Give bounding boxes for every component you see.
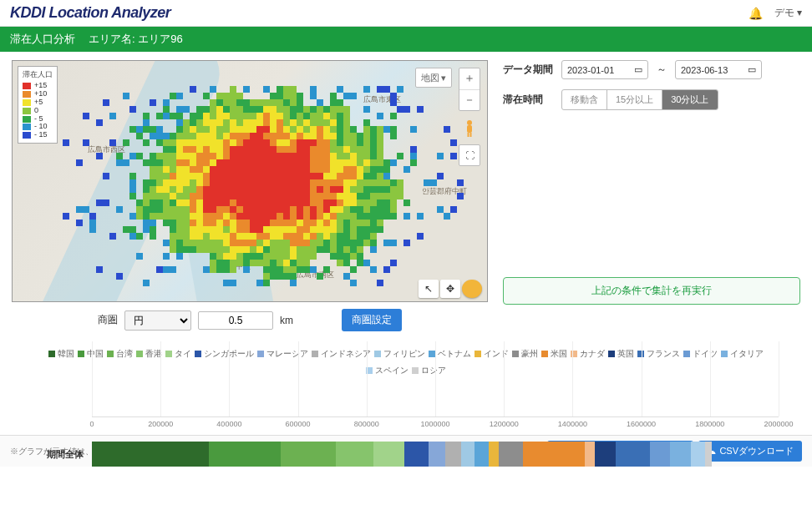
bar-segment [489,442,499,467]
bar-segment [595,442,616,467]
radius-unit: km [280,315,293,326]
svg-point-0 [467,120,472,125]
shape-select[interactable]: 円 [124,310,191,331]
user-menu[interactable]: デモ ▾ [774,6,802,20]
bar-segment [281,442,336,467]
bar-segment [373,442,404,467]
logo: KDDI Location Analyzer [10,4,170,22]
cursor-circle-icon[interactable] [462,280,482,298]
cursor-move-icon[interactable]: ✥ [440,280,460,298]
bar-segment [209,442,281,467]
bar-segment [404,442,429,467]
map-legend: 滞在人口 +15+10+50- 5- 10- 15 [18,66,58,144]
calendar-icon: ▭ [748,64,756,75]
header: KDDI Location Analyzer 🔔 デモ ▾ [0,0,812,27]
date-from-input[interactable]: 2023-01-01▭ [561,60,648,79]
zoom-control[interactable]: ＋ － [459,68,480,111]
x-axis: 0200000400000600000800000100000012000001… [92,416,779,430]
date-to-input[interactable]: 2023-06-13▭ [675,60,762,79]
bar-segment [705,442,712,467]
stay-label: 滞在時間 [503,93,553,107]
bar-segment [336,442,373,467]
stay-option[interactable]: 移動含 [562,90,607,109]
subheader: 滞在人口分析 エリア名: エリア96 [0,27,812,52]
area-name: エリア名: エリア96 [89,32,183,47]
heatmap [63,86,464,295]
bar-segment [429,442,446,467]
stay-option[interactable]: 15分以上 [607,90,662,109]
radius-input[interactable] [198,311,273,330]
cursor-default-icon[interactable]: ↖ [419,280,439,298]
pegman-icon[interactable] [459,118,480,139]
zoom-out-button[interactable]: － [459,90,480,111]
page-title: 滞在人口分析 [10,32,75,47]
fullscreen-button[interactable]: ⛶ [459,144,480,166]
set-trade-area-button[interactable]: 商圏設定 [342,309,402,331]
bar-category-label: 期間全体 [33,448,84,461]
bar-segment [650,442,671,467]
rerun-button[interactable]: 上記の条件で集計を再実行 [503,277,800,305]
bar-segment [523,442,585,467]
stay-segmented: 移動含15分以上30分以上 [561,89,718,110]
bar-segment [616,442,650,467]
bar-segment [475,442,488,467]
chart-area: 韓国中国台湾香港タイシンガポールマレーシアインドネシアフィリピンベトナムインド豪… [0,336,812,435]
bell-icon[interactable]: 🔔 [749,7,763,20]
bar-segment [92,442,209,467]
bar-segment [499,442,523,467]
bar-segment [670,442,691,467]
zoom-in-button[interactable]: ＋ [459,68,480,90]
stacked-bar [92,442,779,467]
trade-area-label: 商圏 [98,313,118,327]
bar-segment [445,442,460,467]
calendar-icon: ▭ [634,64,642,75]
bar-segment [461,442,475,467]
bar-segment [585,442,595,467]
bar-segment [691,442,704,467]
svg-rect-3 [470,133,472,137]
period-label: データ期間 [503,63,553,77]
map[interactable]: 広島市東区 広島市西区 안芸郡府中町 広島市中区 広島市南区 滞在人口 +15+… [12,60,488,302]
svg-rect-2 [468,133,469,137]
stay-option[interactable]: 30分以上 [662,90,717,109]
map-type-selector[interactable]: 地図 ▾ [415,68,452,88]
svg-rect-1 [467,125,472,133]
